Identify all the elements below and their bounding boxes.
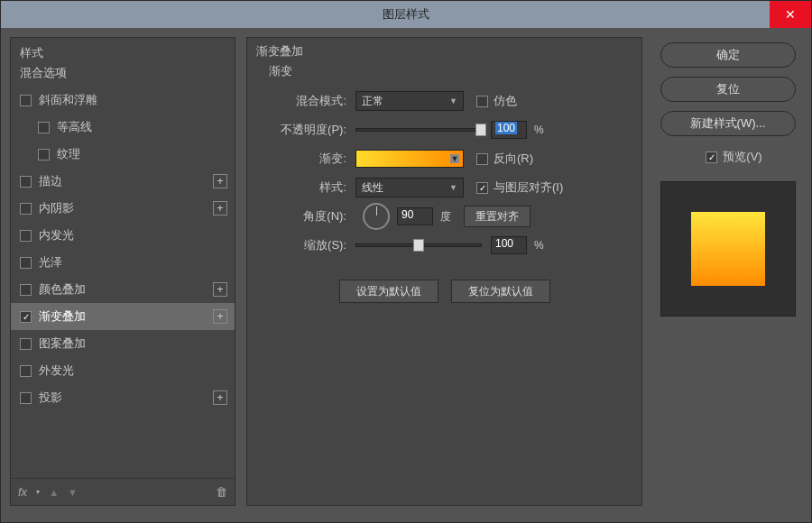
style-item[interactable]: 内阴影+ <box>11 195 235 222</box>
make-default-button[interactable]: 设置为默认值 <box>339 280 438 303</box>
add-effect-icon[interactable]: + <box>213 390 227 405</box>
action-column: 确定 复位 新建样式(W)... 预览(V) <box>653 37 802 513</box>
style-item-label: 光泽 <box>39 254 227 271</box>
ok-button[interactable]: 确定 <box>660 42 796 68</box>
style-item[interactable]: 内发光 <box>11 222 235 249</box>
style-checkbox[interactable] <box>20 203 32 215</box>
angle-input[interactable]: 90 <box>397 207 433 225</box>
style-item-label: 等高线 <box>57 119 227 135</box>
add-effect-icon[interactable]: + <box>213 201 227 216</box>
align-label: 与图层对齐(I) <box>494 179 563 196</box>
style-row: 样式: 线性▼ 与图层对齐(I) <box>256 173 632 202</box>
chevron-down-icon: ▼ <box>450 154 459 163</box>
opacity-slider[interactable] <box>355 128 482 132</box>
style-item-label: 内发光 <box>39 227 227 243</box>
chevron-down-icon: ▼ <box>449 96 457 106</box>
style-checkbox[interactable] <box>20 176 32 188</box>
slider-thumb[interactable] <box>475 124 486 136</box>
dither-label: 仿色 <box>494 93 517 109</box>
align-checkbox[interactable] <box>476 182 488 194</box>
blend-mode-label: 混合模式: <box>256 93 355 109</box>
style-item[interactable]: 投影+ <box>11 384 235 411</box>
add-effect-icon[interactable]: + <box>213 309 227 324</box>
close-button[interactable]: ✕ <box>770 1 811 28</box>
dither-checkbox[interactable] <box>476 96 488 107</box>
style-checkbox[interactable] <box>20 230 32 242</box>
cancel-button[interactable]: 复位 <box>660 77 796 102</box>
gradient-swatch[interactable]: ▼ <box>355 150 464 168</box>
style-item[interactable]: 外发光 <box>11 357 235 384</box>
style-checkbox[interactable] <box>20 365 32 377</box>
style-item[interactable]: 颜色叠加+ <box>11 276 235 303</box>
angle-label: 角度(N): <box>256 208 355 225</box>
slider-thumb[interactable] <box>413 239 424 252</box>
style-checkbox[interactable] <box>20 284 32 296</box>
sidebar-header: 样式 <box>11 38 235 65</box>
reset-default-button[interactable]: 复位为默认值 <box>451 280 550 303</box>
preview-label: 预览(V) <box>723 149 761 165</box>
layer-style-dialog: 图层样式 ✕ 样式 混合选项 斜面和浮雕等高线纹理描边+内阴影+内发光光泽颜色叠… <box>0 0 812 523</box>
preview-row: 预览(V) <box>693 149 761 165</box>
scale-input[interactable]: 100 <box>491 236 527 254</box>
style-checkbox[interactable] <box>20 257 32 269</box>
window-title: 图层样式 <box>383 6 429 23</box>
preview-checkbox[interactable] <box>706 151 717 163</box>
style-item[interactable]: 纹理 <box>11 141 235 168</box>
add-effect-icon[interactable]: + <box>213 174 227 188</box>
default-buttons: 设置为默认值 复位为默认值 <box>256 280 632 303</box>
style-item-label: 图案叠加 <box>39 335 227 352</box>
angle-dial[interactable] <box>363 203 390 230</box>
percent-unit: % <box>534 124 544 136</box>
sidebar-subheader[interactable]: 混合选项 <box>11 65 235 87</box>
style-item-label: 描边 <box>39 173 213 189</box>
scale-slider[interactable] <box>355 243 482 247</box>
style-checkbox[interactable] <box>20 95 32 106</box>
dialog-body: 样式 混合选项 斜面和浮雕等高线纹理描边+内阴影+内发光光泽颜色叠加+渐变叠加+… <box>1 28 811 522</box>
reset-align-button[interactable]: 重置对齐 <box>464 206 531 227</box>
style-select[interactable]: 线性▼ <box>355 178 464 197</box>
style-checkbox[interactable] <box>38 149 50 161</box>
settings-panel: 渐变叠加 渐变 混合模式: 正常▼ 仿色 不透明度(P): 100 <box>246 37 642 506</box>
opacity-row: 不透明度(P): 100 % <box>256 115 632 144</box>
style-item-label: 斜面和浮雕 <box>39 92 227 108</box>
new-style-button[interactable]: 新建样式(W)... <box>660 111 796 136</box>
style-item-label: 颜色叠加 <box>39 281 213 298</box>
blend-mode-row: 混合模式: 正常▼ 仿色 <box>256 87 632 115</box>
style-item-label: 外发光 <box>39 362 227 379</box>
style-item[interactable]: 描边+ <box>11 168 235 195</box>
reverse-checkbox[interactable] <box>476 153 488 165</box>
sidebar-footer: fx ▾ ▲ ▼ 🗑 <box>11 478 235 505</box>
move-up-icon[interactable]: ▲ <box>49 487 59 498</box>
blend-mode-select[interactable]: 正常▼ <box>355 91 464 111</box>
style-checkbox[interactable] <box>20 311 32 323</box>
style-item[interactable]: 等高线 <box>11 114 235 141</box>
style-item[interactable]: 光泽 <box>11 249 235 276</box>
style-item[interactable]: 斜面和浮雕 <box>11 87 235 114</box>
titlebar: 图层样式 ✕ <box>1 1 811 28</box>
opacity-input[interactable]: 100 <box>491 121 527 139</box>
reverse-label: 反向(R) <box>494 151 533 167</box>
styles-sidebar: 样式 混合选项 斜面和浮雕等高线纹理描边+内阴影+内发光光泽颜色叠加+渐变叠加+… <box>10 37 235 506</box>
style-item-label: 渐变叠加 <box>39 308 213 325</box>
opacity-label: 不透明度(P): <box>256 122 355 138</box>
style-item-label: 纹理 <box>57 146 227 162</box>
move-down-icon[interactable]: ▼ <box>68 487 78 498</box>
chevron-down-icon: ▼ <box>449 183 457 192</box>
fx-menu[interactable]: fx <box>18 485 27 499</box>
angle-unit: 度 <box>440 209 451 225</box>
style-checkbox[interactable] <box>38 122 50 133</box>
fx-caret-icon[interactable]: ▾ <box>36 488 40 496</box>
add-effect-icon[interactable]: + <box>213 282 227 297</box>
style-item[interactable]: 渐变叠加+ <box>11 303 235 330</box>
trash-icon[interactable]: 🗑 <box>216 485 227 499</box>
scale-row: 缩放(S): 100 % <box>256 231 632 260</box>
style-checkbox[interactable] <box>20 338 32 350</box>
section-title: 渐变叠加 <box>247 41 641 63</box>
angle-row: 角度(N): 90 度 重置对齐 <box>256 202 632 231</box>
style-item-label: 投影 <box>39 390 213 406</box>
style-item-label: 内阴影 <box>39 200 213 216</box>
style-item[interactable]: 图案叠加 <box>11 330 235 357</box>
percent-unit: % <box>534 239 544 252</box>
section-subtitle: 渐变 <box>247 63 641 87</box>
style-checkbox[interactable] <box>20 392 32 404</box>
